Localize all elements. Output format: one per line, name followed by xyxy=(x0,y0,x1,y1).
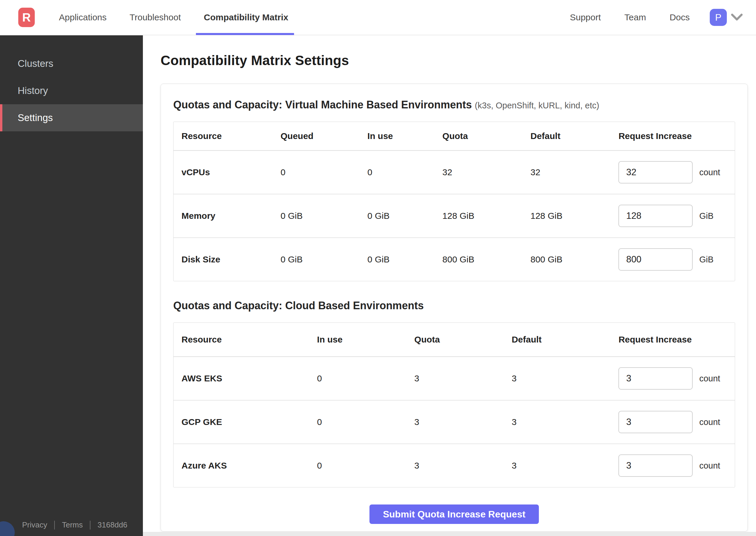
nav-item-support[interactable]: Support xyxy=(570,0,601,35)
table-row-azure-aks: Azure AKS 0 3 3 count xyxy=(174,444,735,487)
resource-name: GCP GKE xyxy=(174,417,309,427)
footer-divider xyxy=(54,521,55,529)
unit-label: count xyxy=(699,168,720,177)
default-value: 800 GiB xyxy=(523,254,611,264)
nav-item-label: Troubleshoot xyxy=(130,12,181,22)
unit-label: count xyxy=(699,461,720,471)
default-value: 3 xyxy=(504,417,611,427)
nav-item-label: Applications xyxy=(59,12,107,22)
quota-value: 32 xyxy=(434,167,523,177)
terms-link[interactable]: Terms xyxy=(62,520,83,529)
sidebar: Clusters History Settings Privacy Terms … xyxy=(0,35,143,536)
resource-name: AWS EKS xyxy=(174,373,309,384)
unit-label: count xyxy=(699,417,720,427)
column-header-quota: Quota xyxy=(406,335,503,345)
page-title: Compatibility Matrix Settings xyxy=(160,52,748,68)
queued-value: 0 GiB xyxy=(273,211,360,221)
table-row-memory: Memory 0 GiB 0 GiB 128 GiB 128 GiB GiB xyxy=(174,194,735,237)
resource-name: Azure AKS xyxy=(174,461,309,471)
vm-quota-table: Resource Queued In use Quota Default Req… xyxy=(173,122,735,281)
sidebar-item-label: Clusters xyxy=(18,58,53,69)
cloud-table-header-row: Resource In use Quota Default Request In… xyxy=(174,323,735,356)
build-version: 3168dd6 xyxy=(97,520,127,529)
in-use-value: 0 GiB xyxy=(360,254,434,264)
active-tab-underline xyxy=(196,33,294,35)
queued-value: 0 xyxy=(273,167,360,177)
column-header-default: Default xyxy=(504,335,611,345)
request-increase-cell: GiB xyxy=(610,205,735,227)
table-row-disk-size: Disk Size 0 GiB 0 GiB 800 GiB 800 GiB Gi… xyxy=(174,237,735,281)
vm-section-title-text: Quotas and Capacity: Virtual Machine Bas… xyxy=(173,99,472,111)
sidebar-item-label: Settings xyxy=(18,112,53,123)
nav-item-label: Compatibility Matrix xyxy=(204,12,289,22)
gcp-gke-request-input[interactable] xyxy=(618,411,693,433)
sidebar-nav: Clusters History Settings xyxy=(0,35,143,131)
quota-value: 3 xyxy=(406,461,503,471)
column-header-in-use: In use xyxy=(360,131,434,141)
sidebar-item-label: History xyxy=(18,85,48,96)
column-header-quota: Quota xyxy=(434,131,523,141)
nav-item-compatibility-matrix[interactable]: Compatibility Matrix xyxy=(204,0,289,35)
default-value: 3 xyxy=(504,461,611,471)
main-content: Compatibility Matrix Settings Quotas and… xyxy=(143,35,756,536)
avatar[interactable]: P xyxy=(710,9,727,26)
chevron-down-icon[interactable] xyxy=(731,14,743,21)
primary-nav: Applications Troubleshoot Compatibility … xyxy=(59,0,288,35)
in-use-value: 0 xyxy=(309,373,406,384)
column-header-queued: Queued xyxy=(273,131,360,141)
sidebar-item-settings[interactable]: Settings xyxy=(0,104,143,131)
nav-item-label: Support xyxy=(570,12,601,22)
settings-card: Quotas and Capacity: Virtual Machine Bas… xyxy=(160,84,748,532)
column-header-request-increase: Request Increase xyxy=(610,131,735,141)
column-header-resource: Resource xyxy=(174,131,273,141)
request-increase-cell: count xyxy=(610,367,735,390)
nav-item-label: Docs xyxy=(670,12,690,22)
sidebar-footer: Privacy Terms 3168dd6 xyxy=(0,520,143,529)
resource-name: Memory xyxy=(174,211,273,221)
cloud-quota-table: Resource In use Quota Default Request In… xyxy=(173,322,735,487)
disk-size-request-input[interactable] xyxy=(618,248,693,271)
replicated-logo[interactable]: R xyxy=(18,8,35,27)
unit-label: GiB xyxy=(699,255,713,264)
in-use-value: 0 xyxy=(309,461,406,471)
unit-label: GiB xyxy=(699,211,713,221)
privacy-link[interactable]: Privacy xyxy=(22,520,47,529)
nav-item-troubleshoot[interactable]: Troubleshoot xyxy=(130,0,181,35)
in-use-value: 0 xyxy=(360,167,434,177)
footer-divider xyxy=(90,521,90,529)
queued-value: 0 GiB xyxy=(273,254,360,264)
logo-letter: R xyxy=(22,11,31,24)
quota-value: 128 GiB xyxy=(434,211,523,221)
memory-request-input[interactable] xyxy=(618,205,693,227)
vm-table-header-row: Resource Queued In use Quota Default Req… xyxy=(174,122,735,150)
sidebar-item-clusters[interactable]: Clusters xyxy=(0,50,143,77)
nav-item-team[interactable]: Team xyxy=(624,0,646,35)
vcpus-request-input[interactable] xyxy=(618,161,693,184)
table-row-gcp-gke: GCP GKE 0 3 3 count xyxy=(174,400,735,444)
in-use-value: 0 GiB xyxy=(360,211,434,221)
quota-value: 3 xyxy=(406,417,503,427)
column-header-in-use: In use xyxy=(309,335,406,345)
vm-section-title: Quotas and Capacity: Virtual Machine Bas… xyxy=(173,99,735,111)
column-header-resource: Resource xyxy=(174,335,309,345)
nav-item-applications[interactable]: Applications xyxy=(59,0,107,35)
resource-name: Disk Size xyxy=(174,254,273,264)
nav-item-docs[interactable]: Docs xyxy=(670,0,690,35)
column-header-default: Default xyxy=(523,131,611,141)
account-menu[interactable]: P xyxy=(710,9,743,26)
top-navigation-bar: R Applications Troubleshoot Compatibilit… xyxy=(0,0,756,35)
resource-name: vCPUs xyxy=(174,167,273,177)
azure-aks-request-input[interactable] xyxy=(618,454,693,477)
avatar-initial: P xyxy=(715,12,721,23)
nav-item-label: Team xyxy=(624,12,646,22)
default-value: 3 xyxy=(504,373,611,384)
table-row-vcpus: vCPUs 0 0 32 32 count xyxy=(174,150,735,194)
request-increase-cell: count xyxy=(610,161,735,184)
sidebar-item-history[interactable]: History xyxy=(0,77,143,104)
quota-value: 800 GiB xyxy=(434,254,523,264)
in-use-value: 0 xyxy=(309,417,406,427)
aws-eks-request-input[interactable] xyxy=(618,367,693,390)
vm-section-subtitle: (k3s, OpenShift, kURL, kind, etc) xyxy=(475,101,599,110)
submit-quota-increase-button[interactable]: Submit Quota Increase Request xyxy=(369,505,539,524)
unit-label: count xyxy=(699,374,720,384)
